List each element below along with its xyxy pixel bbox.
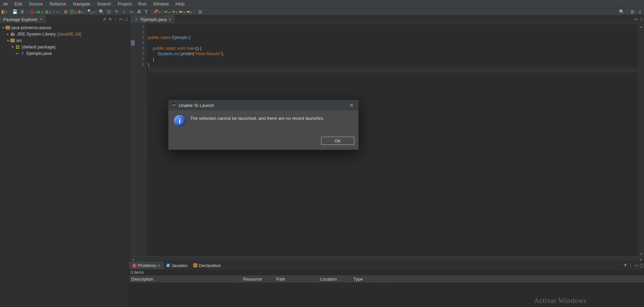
- search-icon[interactable]: 🔍: [98, 9, 105, 15]
- coverage-icon[interactable]: ▣▼: [45, 9, 51, 15]
- package-explorer-label: Package Explorer: [3, 17, 38, 22]
- horizontal-scrollbar[interactable]: ◂ ▸: [131, 257, 643, 261]
- menu-search[interactable]: Search: [94, 0, 114, 8]
- maximize-icon[interactable]: ▢: [639, 17, 644, 21]
- minimize-icon[interactable]: ▭: [118, 17, 124, 21]
- print-icon[interactable]: 🖶: [136, 9, 142, 15]
- open-perspective-icon[interactable]: ⊞: [629, 9, 635, 15]
- collapse-all-icon[interactable]: ⇆: [107, 17, 113, 21]
- project-icon: [5, 26, 10, 29]
- quick-access-icon[interactable]: 🔍: [619, 9, 625, 15]
- col-type[interactable]: Type: [351, 276, 384, 282]
- library-icon: [10, 31, 16, 37]
- view-menu-icon[interactable]: ⋮: [628, 263, 633, 268]
- open-task-icon[interactable]: ☑: [106, 9, 112, 15]
- line-number: 3: [135, 35, 144, 40]
- jre-suffix: [JavaSE-18]: [57, 31, 81, 37]
- close-icon[interactable]: ×: [40, 17, 42, 22]
- next-annotation-icon[interactable]: ⇐▼: [164, 9, 170, 15]
- tab-problems[interactable]: ! Problems ×: [129, 262, 163, 269]
- col-description[interactable]: Description⌄: [129, 276, 241, 282]
- forward-icon[interactable]: ➡▼: [186, 9, 193, 15]
- tree-package[interactable]: ▾ (default package): [1, 44, 128, 50]
- col-resource[interactable]: Resource: [241, 276, 274, 282]
- javadoc-icon: @: [166, 263, 170, 267]
- close-icon[interactable]: ✕: [348, 101, 356, 109]
- col-path[interactable]: Path: [274, 276, 318, 282]
- save-icon[interactable]: 💾: [12, 9, 18, 15]
- minimize-icon[interactable]: ▭: [633, 263, 639, 268]
- new-type-icon[interactable]: ⊕▼: [77, 9, 84, 15]
- toggle-block-icon[interactable]: ▭: [128, 9, 134, 15]
- scroll-up-icon[interactable]: ▴: [639, 24, 643, 29]
- scroll-down-icon[interactable]: ▾: [639, 251, 643, 256]
- menu-file[interactable]: ile: [0, 0, 11, 8]
- menu-window[interactable]: Window: [150, 0, 172, 8]
- show-whitespace-icon[interactable]: ¶: [143, 9, 149, 15]
- chevron-down-icon[interactable]: ▾: [5, 39, 10, 42]
- menu-run[interactable]: Run: [135, 0, 150, 8]
- scroll-left-icon[interactable]: ◂: [131, 257, 135, 261]
- tab-declaration[interactable]: D Declaration: [191, 262, 224, 269]
- menu-source[interactable]: Source: [25, 0, 46, 8]
- menu-navigate[interactable]: Navigate: [70, 0, 94, 8]
- tab-javadoc[interactable]: @ Javadoc: [163, 262, 191, 269]
- toggle-mark-icon[interactable]: ✓: [121, 9, 127, 15]
- overview-ruler[interactable]: ▴ ▾: [638, 24, 643, 256]
- run-last-icon[interactable]: ⤷▼: [52, 9, 58, 15]
- save-all-icon[interactable]: 🗎: [19, 9, 25, 15]
- ok-button[interactable]: OK: [321, 137, 354, 145]
- menu-project[interactable]: Project: [114, 0, 135, 8]
- chevron-right-icon[interactable]: ▸: [5, 32, 10, 36]
- package-explorer-tab[interactable]: Package Explorer ×: [0, 16, 45, 23]
- chevron-right-icon[interactable]: ▸: [15, 51, 20, 55]
- java-perspective-icon[interactable]: J: [637, 9, 643, 15]
- tree-src[interactable]: ▾ src: [1, 37, 128, 44]
- annotate-icon[interactable]: ✎: [113, 9, 119, 15]
- chevron-down-icon[interactable]: ▾: [10, 45, 15, 49]
- link-editor-icon[interactable]: ⇄: [102, 17, 107, 21]
- project-tree[interactable]: ▾ java-primeros-pasos ▸ JRE System Libra…: [0, 23, 129, 58]
- package-label: (default package): [22, 44, 55, 49]
- minimize-icon[interactable]: ▭: [633, 17, 639, 21]
- chevron-down-icon[interactable]: ▾: [1, 26, 5, 29]
- svg-rect-4: [18, 45, 19, 47]
- new-icon[interactable]: ◧▼: [1, 9, 7, 15]
- scroll-right-icon[interactable]: ▸: [639, 257, 643, 261]
- override-marker-icon: [131, 40, 135, 46]
- tree-file[interactable]: ▸ J Ejemplo.java: [1, 50, 128, 57]
- new-class-icon[interactable]: Ⓒ▼: [70, 9, 76, 15]
- debug-icon[interactable]: 🐞▼: [30, 9, 36, 15]
- annotation-ruler: [131, 24, 135, 256]
- java-file-icon: J: [134, 17, 138, 22]
- maximize-icon[interactable]: ▢: [124, 17, 129, 21]
- svg-rect-6: [18, 47, 19, 49]
- java-file-icon: J: [20, 51, 25, 56]
- close-icon[interactable]: ×: [158, 263, 160, 268]
- col-location[interactable]: Location: [318, 276, 351, 282]
- src-label: src: [16, 38, 22, 43]
- tree-jre[interactable]: ▸ JRE System Library [JavaSE-18]: [1, 31, 128, 37]
- run-icon[interactable]: ▶▼: [37, 9, 43, 15]
- close-icon[interactable]: ×: [169, 17, 172, 22]
- filter-icon[interactable]: ⧩: [622, 263, 628, 268]
- perspective-icon[interactable]: ⊞: [197, 9, 203, 15]
- view-menu-icon[interactable]: ⋮: [113, 17, 118, 21]
- package-icon: [15, 44, 20, 50]
- line-number: 6: [135, 51, 144, 57]
- back-icon[interactable]: ⬅▼: [179, 9, 185, 15]
- menu-edit[interactable]: Edit: [11, 0, 25, 8]
- maximize-icon[interactable]: ▢: [639, 263, 644, 268]
- menu-refactor[interactable]: Refactor: [46, 0, 70, 8]
- sort-icon: ⌄: [236, 277, 239, 281]
- editor-tab[interactable]: J *Ejemplo.java ×: [131, 16, 174, 23]
- dialog-title: Unable To Launch: [179, 103, 348, 108]
- open-type-icon[interactable]: 🔦▼: [88, 9, 94, 15]
- pin-icon[interactable]: 📌▼: [154, 9, 160, 15]
- new-package-icon[interactable]: ⊞: [63, 9, 69, 15]
- tree-project[interactable]: ▾ java-primeros-pasos: [1, 24, 128, 31]
- dialog-titlebar[interactable]: Unable To Launch ✕: [169, 100, 358, 110]
- prev-annotation-icon[interactable]: ⇒▼: [172, 9, 178, 15]
- menu-help[interactable]: Help: [172, 0, 188, 8]
- dialog-message: The selection cannot be launched, and th…: [190, 115, 324, 133]
